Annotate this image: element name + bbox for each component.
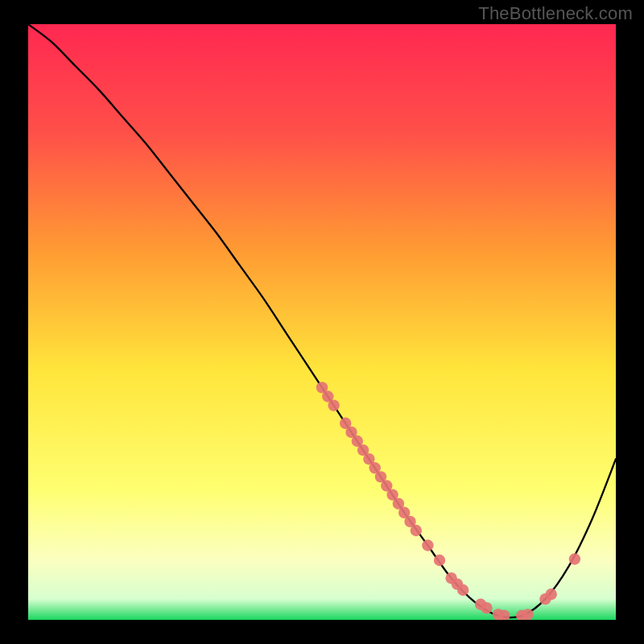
bottleneck-chart [28, 24, 616, 620]
watermark-text: TheBottleneck.com [478, 3, 633, 24]
data-point [522, 609, 533, 620]
data-point [546, 588, 557, 600]
data-point [481, 602, 492, 613]
data-point [569, 553, 580, 564]
data-point [434, 555, 445, 566]
data-point [328, 399, 339, 411]
chart-stage: TheBottleneck.com [0, 0, 644, 644]
data-point [422, 539, 433, 551]
data-point [411, 525, 422, 536]
data-point [457, 584, 469, 596]
gradient-background [28, 24, 616, 620]
